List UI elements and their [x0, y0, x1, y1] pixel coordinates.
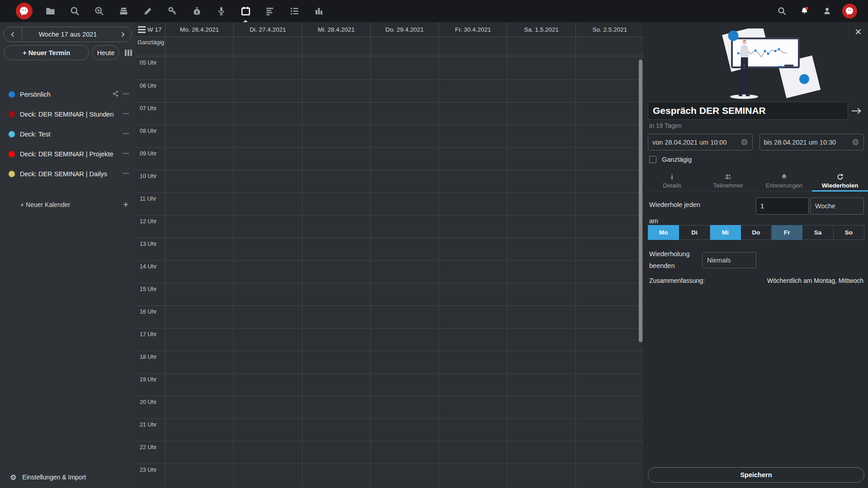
close-icon[interactable]: ×	[855, 26, 862, 38]
calendar-scrollbar[interactable]	[639, 60, 642, 342]
calendar-cell[interactable]	[233, 441, 302, 464]
day-header[interactable]: Do. 29.4.2021	[370, 22, 439, 37]
allday-cell[interactable]	[302, 37, 370, 56]
event-title-input[interactable]	[648, 102, 848, 120]
allday-toggle[interactable]: Ganztägig	[649, 156, 692, 163]
calendar-cell[interactable]	[576, 441, 644, 464]
calendar-cell[interactable]	[302, 306, 370, 328]
new-calendar-button[interactable]: + Neuer Kalender +	[0, 196, 136, 214]
calendar-cell[interactable]	[302, 238, 370, 260]
calendar-cell[interactable]	[507, 103, 575, 125]
weekday-button-do[interactable]: Do	[741, 225, 772, 240]
calendar-cell[interactable]	[507, 148, 575, 170]
calendar-cell[interactable]	[302, 193, 370, 215]
calendar-list-item[interactable]: Deck: DER SEMINAR | Dailys	[0, 164, 136, 184]
calendar-cell[interactable]	[370, 283, 439, 305]
calendar-cell[interactable]	[370, 193, 439, 215]
calendar-cell[interactable]	[233, 170, 302, 192]
calendar-cell[interactable]	[439, 170, 507, 192]
search-icon[interactable]	[770, 0, 793, 22]
calendar-cell[interactable]	[576, 238, 644, 260]
calendar-cell[interactable]	[302, 170, 370, 192]
calendar-cell[interactable]	[507, 283, 575, 305]
calendar-cell[interactable]	[165, 80, 233, 102]
day-header[interactable]: Fr. 30.4.2021	[439, 22, 507, 37]
calendar-cell[interactable]	[576, 306, 644, 328]
calendar-cell[interactable]	[439, 238, 507, 260]
calendar-menu-icon[interactable]	[123, 110, 129, 118]
calendar-cell[interactable]	[165, 238, 233, 260]
calendar-cell[interactable]	[165, 306, 233, 328]
calendar-cell[interactable]	[576, 57, 644, 80]
calendar-cell[interactable]	[233, 351, 302, 373]
calendar-cell[interactable]	[302, 328, 370, 351]
tasks-app-icon[interactable]	[282, 0, 307, 22]
calendar-cell[interactable]	[302, 351, 370, 373]
allday-checkbox[interactable]	[649, 156, 656, 163]
allday-cell[interactable]	[507, 37, 575, 56]
calendar-cell[interactable]	[165, 57, 233, 80]
calendar-cell[interactable]	[233, 80, 302, 102]
calendar-cell[interactable]	[165, 103, 233, 125]
calendar-cell[interactable]	[439, 441, 507, 464]
repeat-end-select[interactable]: Niemals	[702, 252, 756, 268]
calendar-cell[interactable]	[370, 464, 439, 486]
weekday-button-fr[interactable]: Fr	[772, 225, 802, 240]
weekday-button-so[interactable]: So	[834, 225, 864, 240]
calendar-menu-icon[interactable]	[123, 130, 129, 138]
calendar-cell[interactable]	[507, 351, 575, 373]
calendar-cell[interactable]	[439, 419, 507, 441]
search-app-icon[interactable]	[62, 0, 87, 22]
calendar-cell[interactable]	[576, 103, 644, 125]
calendar-cell[interactable]	[439, 216, 507, 238]
day-header[interactable]: Mo. 26.4.2021	[165, 22, 233, 37]
day-header[interactable]: Mi. 28.4.2021	[302, 22, 370, 37]
calendar-cell[interactable]	[576, 283, 644, 305]
calendar-cell[interactable]	[439, 306, 507, 328]
globe-timezone-icon[interactable]	[852, 138, 859, 146]
contacts-icon[interactable]	[816, 0, 838, 22]
calendar-cell[interactable]	[576, 396, 644, 418]
calendar-cell[interactable]	[302, 148, 370, 170]
calendar-cell[interactable]	[507, 306, 575, 328]
calendar-cell[interactable]	[439, 464, 507, 486]
calendar-cell[interactable]	[302, 261, 370, 283]
calendar-menu-icon[interactable]	[123, 90, 129, 99]
weekday-button-sa[interactable]: Sa	[802, 225, 833, 240]
today-button[interactable]: Heute	[92, 45, 119, 60]
calendar-cell[interactable]	[439, 328, 507, 351]
calendar-cell[interactable]	[233, 464, 302, 486]
calendar-cell[interactable]	[370, 261, 439, 283]
previous-week-button[interactable]	[4, 27, 22, 42]
arrow-right-icon[interactable]	[848, 102, 864, 120]
calendar-cell[interactable]	[233, 374, 302, 396]
calendar-cell[interactable]	[439, 103, 507, 125]
calendar-cell[interactable]	[302, 374, 370, 396]
calendar-cell[interactable]	[576, 374, 644, 396]
calendar-cell[interactable]	[576, 261, 644, 283]
settings-import-button[interactable]: ⚙ Einstellungen & Import	[0, 469, 136, 485]
calendar-cell[interactable]	[576, 419, 644, 441]
calendar-cell[interactable]	[439, 80, 507, 102]
calendar-cell[interactable]	[302, 419, 370, 441]
allday-cell[interactable]	[165, 37, 233, 56]
calendar-cell[interactable]	[439, 283, 507, 305]
calendar-cell[interactable]	[507, 419, 575, 441]
calendar-list-item[interactable]: Deck: DER SEMINAR | Stunden	[0, 104, 136, 124]
calendar-cell[interactable]	[165, 193, 233, 215]
calendar-list-item[interactable]: Deck: DER SEMINAR | Projekte	[0, 144, 136, 164]
weekday-button-di[interactable]: Di	[679, 225, 710, 240]
end-date-field[interactable]: bis 28.04.2021 um 10:30	[760, 134, 864, 150]
weekday-button-mo[interactable]: Mo	[648, 225, 679, 240]
calendar-cell[interactable]	[233, 238, 302, 260]
files-app-icon[interactable]	[38, 0, 62, 22]
analytics-app-icon[interactable]	[307, 0, 331, 22]
save-button[interactable]: Speichern	[648, 467, 864, 483]
app-logo[interactable]	[10, 0, 38, 22]
calendar-cell[interactable]	[233, 261, 302, 283]
calendar-cell[interactable]	[370, 328, 439, 351]
calendar-cell[interactable]	[302, 216, 370, 238]
calendar-cell[interactable]	[165, 170, 233, 192]
calendar-cell[interactable]	[233, 283, 302, 305]
calendar-cell[interactable]	[302, 57, 370, 80]
